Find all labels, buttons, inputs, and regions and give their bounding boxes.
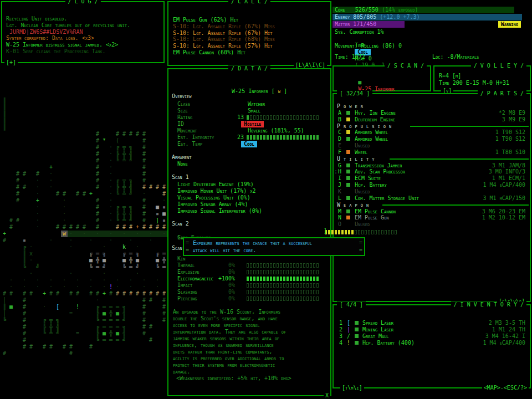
map-cell[interactable]: · bbox=[68, 237, 74, 244]
map-cell[interactable]: · bbox=[127, 237, 134, 244]
map-cell[interactable]: ╗ bbox=[134, 250, 141, 257]
map-cell[interactable]: # bbox=[147, 324, 154, 330]
map-cell[interactable]: ╗ bbox=[121, 304, 127, 310]
map-cell[interactable]: ╝ bbox=[127, 157, 134, 164]
map-cell[interactable]: ■ bbox=[101, 257, 108, 264]
map-cell[interactable]: │ bbox=[1, 310, 8, 317]
robot-glyph[interactable]: k bbox=[121, 244, 127, 250]
map-cell[interactable]: ╬ bbox=[121, 211, 127, 217]
map-cell[interactable]: · bbox=[108, 191, 114, 197]
map-cell[interactable]: ╬ bbox=[127, 257, 134, 264]
map-cell[interactable]: ═ bbox=[94, 250, 101, 257]
map-cell[interactable]: ╔ bbox=[114, 204, 121, 211]
map-cell[interactable]: · bbox=[28, 257, 34, 264]
map-cell[interactable]: # bbox=[161, 297, 167, 304]
map-cell[interactable]: # bbox=[141, 157, 147, 164]
inventory-row-3[interactable]: 3/Great Maul3 M4 16-42 I bbox=[334, 333, 530, 340]
map-cell[interactable]: ╠ bbox=[114, 151, 121, 157]
map-cell[interactable]: ╚ bbox=[41, 330, 48, 337]
map-cell[interactable]: x bbox=[28, 250, 34, 257]
map-cell[interactable]: · bbox=[108, 237, 114, 244]
map-cell[interactable]: + bbox=[41, 290, 48, 297]
map-cell[interactable]: · bbox=[147, 231, 154, 237]
map-cell[interactable]: ╔ bbox=[121, 250, 127, 257]
map-cell[interactable]: # bbox=[108, 290, 114, 297]
map-cell[interactable]: ═ bbox=[161, 264, 167, 270]
map-cell[interactable]: # bbox=[21, 344, 28, 350]
map-cell[interactable]: # bbox=[141, 204, 147, 211]
map-cell[interactable]: # bbox=[21, 324, 28, 330]
map-cell[interactable]: # bbox=[8, 217, 14, 224]
map-cell[interactable]: ╠ bbox=[114, 211, 121, 217]
map-cell[interactable]: ╚ bbox=[1, 317, 8, 324]
map-cell[interactable]: # bbox=[147, 224, 154, 231]
map-cell[interactable]: · bbox=[161, 197, 167, 204]
map-cell[interactable]: · bbox=[108, 197, 114, 204]
map-cell[interactable]: · bbox=[88, 284, 94, 290]
map-cell[interactable]: # bbox=[141, 217, 147, 224]
map-cell[interactable]: # bbox=[147, 184, 154, 191]
map-cell[interactable]: # bbox=[141, 211, 147, 217]
map-cell[interactable]: # bbox=[48, 290, 54, 297]
map-cell[interactable]: · bbox=[134, 270, 141, 277]
map-cell[interactable]: · bbox=[127, 284, 134, 290]
map-cell[interactable]: # bbox=[21, 184, 28, 191]
map-cell[interactable]: · bbox=[61, 284, 68, 290]
map-cell[interactable]: # bbox=[14, 217, 21, 224]
map-cell[interactable]: ═ bbox=[94, 264, 101, 270]
inventory-row-1[interactable]: 1[Spread Laser2 M3 3-5 TH bbox=[334, 320, 530, 326]
map-cell[interactable]: ╝ bbox=[134, 264, 141, 270]
map-cell[interactable]: ╔ bbox=[114, 144, 121, 151]
map-cell[interactable]: # bbox=[94, 211, 101, 217]
map-cell[interactable]: # bbox=[121, 290, 127, 297]
parts-row-F[interactable]: FWheel1 T80 S10 bbox=[334, 149, 530, 156]
map-cell[interactable]: · bbox=[48, 277, 54, 284]
map-cell[interactable]: ╬ bbox=[94, 257, 101, 264]
parts-row-G[interactable]: GTransmission Jammer3 M1 JAM/8 bbox=[334, 162, 530, 169]
map-cell[interactable]: · bbox=[114, 277, 121, 284]
map-cell[interactable]: · bbox=[141, 277, 147, 284]
map-cell[interactable]: ═ bbox=[101, 317, 108, 324]
map-cell[interactable]: ╚ bbox=[121, 264, 127, 270]
map-cell[interactable]: # bbox=[94, 151, 101, 157]
map-cell[interactable]: · bbox=[61, 204, 68, 211]
map-cell[interactable]: · bbox=[101, 284, 108, 290]
map-cell[interactable]: # bbox=[161, 184, 167, 191]
map-cell[interactable]: · bbox=[108, 177, 114, 184]
map-cell[interactable]: # bbox=[74, 191, 81, 197]
map-cell[interactable]: ╔ bbox=[94, 324, 101, 330]
parts-row-C[interactable]: CArmored Wheel1 T90 S12 bbox=[334, 129, 530, 136]
map-cell[interactable]: # bbox=[94, 224, 101, 231]
map-cell[interactable]: ╣ bbox=[127, 211, 134, 217]
map-cell[interactable]: · bbox=[8, 284, 14, 290]
map-cell[interactable]: # bbox=[28, 290, 34, 297]
map-cell[interactable]: # bbox=[141, 310, 147, 317]
map-cell[interactable]: ■ bbox=[161, 211, 167, 217]
map-cell[interactable]: ╚ bbox=[114, 217, 121, 224]
map-cell[interactable]: ╬ bbox=[108, 310, 114, 317]
map-cell[interactable]: ╗ bbox=[54, 317, 61, 324]
map-cell[interactable]: · bbox=[108, 211, 114, 217]
map-cell[interactable]: ▪ bbox=[161, 204, 167, 211]
map-cell[interactable]: · bbox=[68, 270, 74, 277]
map-cell[interactable]: · bbox=[68, 231, 74, 237]
map-cell[interactable]: ╝ bbox=[121, 317, 127, 324]
map-cell[interactable]: # bbox=[21, 310, 28, 317]
map-cell[interactable]: · bbox=[48, 237, 54, 244]
map-cell[interactable]: ║ bbox=[1, 124, 8, 131]
robot-glyph[interactable]: w bbox=[61, 231, 68, 237]
map-cell[interactable]: # bbox=[141, 197, 147, 204]
map-cell[interactable]: # bbox=[141, 330, 147, 337]
map-cell[interactable]: # bbox=[147, 337, 154, 344]
map-cell[interactable]: ╝ bbox=[127, 217, 134, 224]
map-view[interactable]: ║║║║║#######*(##·╔╦╗##·╠╬╣##·╚╩╝#+#·####… bbox=[1, 98, 167, 364]
map-cell[interactable]: # bbox=[14, 184, 21, 191]
map-cell[interactable]: # bbox=[114, 290, 121, 297]
parts-row-D[interactable]: DArmored Wheel1 T90 S12 bbox=[334, 136, 530, 142]
map-cell[interactable]: # bbox=[147, 297, 154, 304]
map-cell[interactable]: · bbox=[134, 244, 141, 250]
map-cell[interactable]: # bbox=[94, 137, 101, 144]
map-cell[interactable]: · bbox=[108, 151, 114, 157]
map-cell[interactable]: ■ bbox=[154, 204, 161, 211]
map-cell[interactable]: # bbox=[161, 191, 167, 197]
